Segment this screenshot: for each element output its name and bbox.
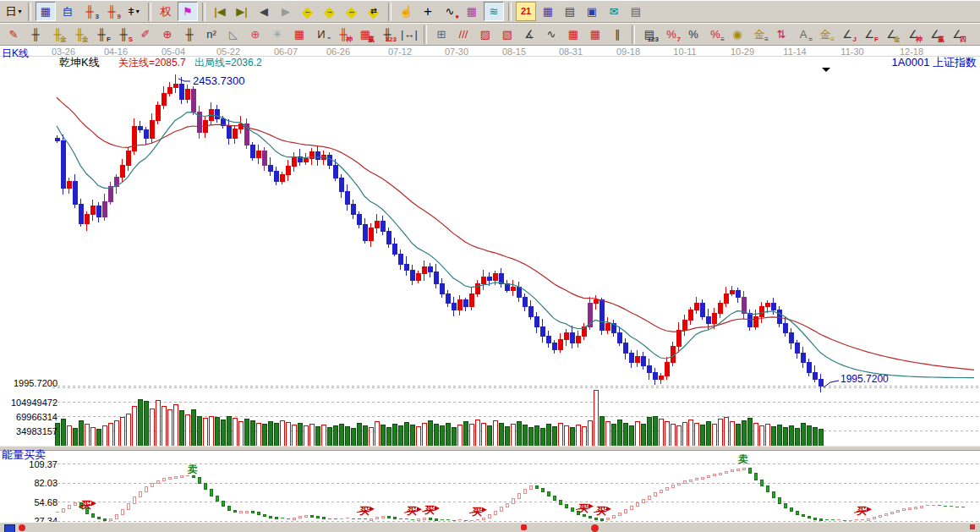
volume-bar bbox=[268, 422, 272, 446]
j-angle-button[interactable]: ∠J bbox=[837, 25, 857, 44]
roman-periods-button[interactable]: И" bbox=[311, 25, 331, 44]
oscillator-bar bbox=[97, 517, 100, 518]
ying-box-button[interactable]: ▦赢 bbox=[355, 25, 375, 44]
trendline-tool-button[interactable]: ∿● bbox=[440, 2, 460, 21]
grid-lines-button[interactable]: ╫ bbox=[25, 25, 46, 44]
stat-ruler-button[interactable]: ▤123 bbox=[639, 25, 660, 44]
icon-overlay-glyph: 7 bbox=[677, 36, 681, 43]
gold-angle-button[interactable]: ∠金 bbox=[881, 25, 901, 44]
next-stock-button[interactable]: ▶ bbox=[276, 2, 296, 21]
gann-circle-button[interactable]: ⊕ bbox=[245, 25, 266, 44]
volume-bar bbox=[404, 423, 408, 446]
measure-width-button[interactable]: |↔| bbox=[399, 25, 419, 44]
oscillator-bar bbox=[902, 509, 905, 511]
period-day-button[interactable]: 日▾ bbox=[3, 2, 24, 21]
gold-parallel-button[interactable]: 金≡ bbox=[749, 25, 769, 44]
kline-3-button[interactable]: ╫3 bbox=[79, 2, 100, 21]
restore-rights-button[interactable]: 权 bbox=[156, 2, 176, 21]
oscillator-bar bbox=[677, 483, 680, 485]
main-chart-canvas[interactable]: 买卖买买买买买买卖买 bbox=[0, 0, 980, 532]
ying-angle-button[interactable]: ∠赢 bbox=[925, 25, 945, 44]
buy-signal-marker: 买 bbox=[81, 499, 91, 511]
print-icon: ▤ bbox=[631, 6, 641, 17]
mark-brush-button[interactable]: ✐ bbox=[135, 25, 156, 44]
calculator-button[interactable]: ▦ bbox=[538, 2, 558, 21]
candle-body bbox=[753, 316, 758, 326]
gold-section2-button[interactable]: ╫金 bbox=[69, 25, 90, 44]
volume-bar bbox=[570, 428, 574, 446]
fan-box-button[interactable]: ▨ bbox=[475, 25, 495, 44]
percent-7-button[interactable]: %7 bbox=[661, 25, 682, 44]
gann-box-button[interactable]: ▦ bbox=[289, 25, 309, 44]
candle-body bbox=[79, 204, 83, 223]
rect-grid-button[interactable]: ⊞ bbox=[431, 25, 452, 44]
spiral-lines-button[interactable]: ╫S bbox=[113, 25, 134, 44]
shift-right-diamond-button[interactable]: ◆→ bbox=[320, 2, 340, 21]
wave-band-button[interactable]: A≈ bbox=[793, 25, 813, 44]
volume-bar bbox=[162, 406, 166, 446]
percent-button[interactable]: % bbox=[683, 25, 704, 44]
scale-pen-button[interactable]: ⇅ bbox=[771, 25, 791, 44]
fan-filled-button[interactable]: ▧ bbox=[497, 25, 517, 44]
zoom-in-diamond-button[interactable]: ◆⇄ bbox=[364, 2, 384, 21]
plain-grid-button[interactable]: ╫ bbox=[179, 25, 200, 44]
oscillator-bar bbox=[109, 518, 112, 520]
fib-lines-button[interactable]: ╫F bbox=[91, 25, 112, 44]
info-panel-button[interactable]: 自 bbox=[57, 2, 78, 21]
save-button[interactable]: ▣ bbox=[582, 2, 602, 21]
volume-bar bbox=[197, 417, 201, 446]
box-tool-button[interactable]: ▦ bbox=[462, 2, 482, 21]
kline-9-button[interactable]: ╫9 bbox=[101, 2, 122, 21]
starburst-button[interactable]: ✳ bbox=[267, 25, 287, 44]
prev-stock-button[interactable]: ◀ bbox=[254, 2, 274, 21]
candle-style-button[interactable]: ǂ▾ bbox=[123, 2, 144, 21]
gold-parallel2-button[interactable]: 金≡ bbox=[815, 25, 835, 44]
hand-tool-button[interactable]: ☝ bbox=[396, 2, 416, 21]
gold-section-button[interactable]: ╫金 bbox=[47, 25, 68, 44]
volume-bar bbox=[499, 424, 503, 446]
notebook-button[interactable]: ▤ bbox=[560, 2, 580, 21]
oscillator-bar bbox=[517, 494, 520, 499]
price-grid2-button[interactable]: ▦ bbox=[585, 25, 605, 44]
angle-ruler-icon: ◺ bbox=[229, 29, 238, 40]
shift-left-diamond-button[interactable]: ◆← bbox=[298, 2, 318, 21]
price-grid-button[interactable]: ▦ bbox=[563, 25, 583, 44]
calendar-button[interactable]: 21 bbox=[516, 2, 536, 21]
candle-body bbox=[304, 158, 308, 162]
f-angle-button[interactable]: ∠F bbox=[859, 25, 879, 44]
ruler-123-button[interactable]: ╫123 bbox=[377, 25, 397, 44]
parallel-lines-button[interactable]: ∥ bbox=[607, 25, 627, 44]
zoom-out-diamond-button[interactable]: ◆↔ bbox=[342, 2, 362, 21]
status-bar bbox=[0, 522, 980, 532]
send-mail-button[interactable]: ✉ bbox=[604, 2, 624, 21]
restore-rights-icon: 权 bbox=[161, 6, 172, 17]
four-angle-button[interactable]: ∠四 bbox=[947, 25, 967, 44]
volume-bar bbox=[659, 419, 663, 446]
cycle-circle-button[interactable]: ⊕ bbox=[157, 25, 178, 44]
volume-bar bbox=[446, 423, 450, 446]
color-flag-button[interactable]: ⚑ bbox=[178, 2, 198, 21]
first-page-button[interactable]: |◀ bbox=[210, 2, 230, 21]
gold-circle-button[interactable]: ◉ bbox=[727, 25, 747, 44]
ray-fan-button[interactable]: /// bbox=[453, 25, 474, 44]
x-axis-date-label: 11-30 bbox=[835, 47, 869, 57]
shen-angle-button[interactable]: ∠神 bbox=[903, 25, 923, 44]
angle-lines-button[interactable]: ∡ bbox=[519, 25, 539, 44]
zigzag-button[interactable]: ∿ bbox=[541, 25, 561, 44]
qiankun-line-button[interactable]: ≋ bbox=[484, 2, 504, 21]
oscillator-bar bbox=[571, 508, 573, 512]
candle-body bbox=[724, 293, 728, 304]
candle-body bbox=[150, 120, 154, 139]
percent-lines-button[interactable]: %≡ bbox=[705, 25, 725, 44]
oscillator-bar bbox=[103, 519, 106, 521]
draw-brush-button[interactable]: ✎ bbox=[3, 25, 24, 44]
last-page-button[interactable]: ▶| bbox=[232, 2, 252, 21]
overlap-chart-button[interactable]: ▦ bbox=[36, 2, 56, 21]
shen-lines-button[interactable]: ╫神 bbox=[333, 25, 353, 44]
volume-bar bbox=[771, 427, 775, 446]
n-squared-button[interactable]: n² bbox=[201, 25, 222, 44]
print-button[interactable]: ▤ bbox=[626, 2, 646, 21]
crosshair-button[interactable]: + bbox=[418, 2, 438, 21]
icon-overlay-glyph: 四 bbox=[960, 36, 966, 43]
angle-ruler-button[interactable]: ◺ bbox=[223, 25, 244, 44]
